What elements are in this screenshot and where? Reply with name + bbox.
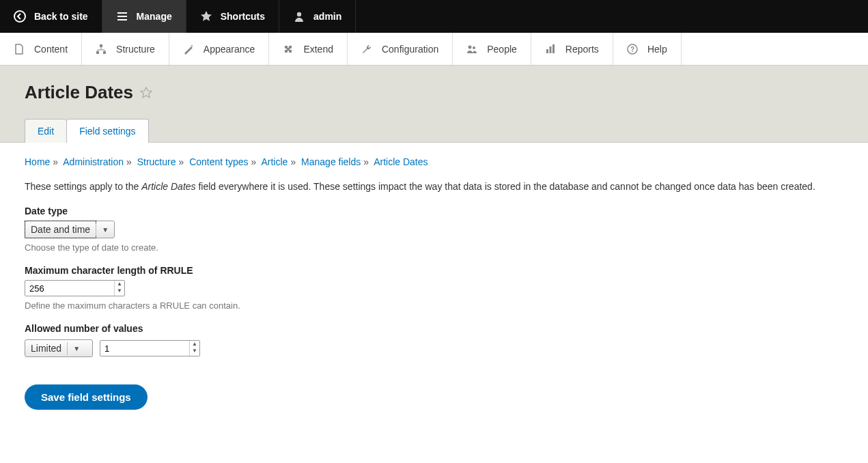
shortcuts-label: Shortcuts <box>221 11 265 22</box>
tab-field-settings[interactable]: Field settings <box>66 119 148 143</box>
svg-rect-2 <box>100 44 102 47</box>
hamburger-icon <box>116 10 128 23</box>
hierarchy-icon <box>96 44 107 55</box>
menu-help[interactable]: ? Help <box>613 33 682 65</box>
header-region: Article Dates Edit Field settings <box>0 66 868 143</box>
spinner-up-icon[interactable]: ▲ <box>115 281 124 287</box>
svg-rect-10 <box>552 44 555 53</box>
back-label: Back to site <box>34 11 88 22</box>
tab-field-settings-label: Field settings <box>79 126 135 137</box>
save-button[interactable]: Save field settings <box>25 384 148 410</box>
spinner: ▲ ▼ <box>189 341 199 356</box>
admin-menu: Content Structure Appearance Extend Conf… <box>0 33 868 66</box>
menu-people[interactable]: People <box>453 33 531 65</box>
svg-rect-4 <box>103 51 106 54</box>
shortcuts-toggle[interactable]: Shortcuts <box>186 0 279 33</box>
rrule-help: Define the maximum characters a RRULE ca… <box>25 300 843 311</box>
svg-point-6 <box>468 45 472 48</box>
menu-people-label: People <box>487 44 517 55</box>
crumb-sep: » <box>249 156 260 167</box>
crumb-administration[interactable]: Administration <box>63 156 124 167</box>
svg-text:?: ? <box>630 46 634 53</box>
crumb-article-dates[interactable]: Article Dates <box>374 156 428 167</box>
crumb-sep: » <box>50 156 61 167</box>
allowed-label: Allowed number of values <box>25 323 843 334</box>
field-date-type: Date type Date and time ▼ Choose the typ… <box>25 206 843 253</box>
spinner-up-icon[interactable]: ▲ <box>190 341 199 348</box>
user-menu[interactable]: admin <box>279 0 356 33</box>
menu-reports-label: Reports <box>565 44 599 55</box>
menu-configuration-label: Configuration <box>382 44 438 55</box>
svg-point-0 <box>14 11 25 22</box>
menu-content-label: Content <box>34 44 68 55</box>
user-icon <box>293 10 305 23</box>
spinner-down-icon[interactable]: ▼ <box>190 348 199 354</box>
svg-point-7 <box>473 46 475 49</box>
manage-label: Manage <box>137 11 172 22</box>
svg-rect-9 <box>549 46 551 53</box>
date-type-select[interactable]: Date and time ▼ <box>25 221 115 238</box>
spinner-down-icon[interactable]: ▼ <box>115 287 124 294</box>
menu-configuration[interactable]: Configuration <box>348 33 453 65</box>
svg-rect-3 <box>96 51 99 54</box>
date-type-label: Date type <box>25 206 843 216</box>
svg-rect-8 <box>546 49 548 53</box>
user-label: admin <box>313 11 341 22</box>
rrule-input-wrap: ▲ ▼ <box>25 280 125 296</box>
allowed-limit-select[interactable]: Limited ▼ <box>25 339 93 357</box>
menu-appearance-label: Appearance <box>204 44 255 55</box>
top-toolbar: Back to site Manage Shortcuts admin <box>0 0 868 33</box>
menu-extend-label: Extend <box>303 44 333 55</box>
help-icon: ? <box>627 44 638 55</box>
rrule-label: Maximum character length of RRULE <box>25 265 843 276</box>
wand-icon <box>183 44 194 55</box>
crumb-content-types[interactable]: Content types <box>189 156 248 167</box>
menu-structure-label: Structure <box>116 44 155 55</box>
menu-reports[interactable]: Reports <box>531 33 613 65</box>
star-icon <box>200 10 212 23</box>
svg-point-1 <box>297 12 301 16</box>
crumb-article[interactable]: Article <box>261 156 288 167</box>
menu-structure[interactable]: Structure <box>82 33 169 65</box>
spinner: ▲ ▼ <box>114 281 124 296</box>
manage-toggle[interactable]: Manage <box>102 0 186 33</box>
date-type-value: Date and time <box>25 221 96 238</box>
menu-appearance[interactable]: Appearance <box>169 33 270 65</box>
menu-content[interactable]: Content <box>0 33 82 65</box>
intro-post: field everywhere it is used. These setti… <box>196 181 815 192</box>
crumb-sep: » <box>176 156 186 167</box>
crumb-home[interactable]: Home <box>25 156 50 167</box>
intro-text: These settings apply to the Article Date… <box>25 181 843 192</box>
crumb-sep: » <box>361 156 372 167</box>
favorite-star-icon[interactable] <box>140 87 152 99</box>
allowed-count-input[interactable] <box>100 341 189 356</box>
rrule-input[interactable] <box>25 281 114 296</box>
allowed-limit-value: Limited <box>25 340 67 356</box>
content: Home» Administration» Structure» Content… <box>0 143 868 423</box>
chart-icon <box>545 44 556 55</box>
intro-em: Article Dates <box>141 181 195 192</box>
crumb-structure[interactable]: Structure <box>137 156 176 167</box>
save-button-label: Save field settings <box>41 391 131 403</box>
crumb-sep: » <box>124 156 135 167</box>
allowed-count-wrap: ▲ ▼ <box>100 340 200 356</box>
wrench-icon <box>361 44 372 55</box>
field-rrule: Maximum character length of RRULE ▲ ▼ De… <box>25 265 843 311</box>
people-icon <box>466 44 477 55</box>
file-icon <box>14 44 25 55</box>
puzzle-icon <box>283 44 294 55</box>
menu-help-label: Help <box>647 44 667 55</box>
intro-pre: These settings apply to the <box>25 181 141 192</box>
breadcrumb: Home» Administration» Structure» Content… <box>25 156 843 167</box>
tabs: Edit Field settings <box>25 118 843 142</box>
page-title: Article Dates <box>25 82 843 103</box>
chevron-down-icon: ▼ <box>67 342 85 355</box>
crumb-manage-fields[interactable]: Manage fields <box>301 156 361 167</box>
back-to-site[interactable]: Back to site <box>0 0 102 33</box>
tab-edit[interactable]: Edit <box>25 119 66 143</box>
back-icon <box>14 10 26 23</box>
page-title-text: Article Dates <box>25 82 133 103</box>
tab-edit-label: Edit <box>38 126 54 137</box>
chevron-down-icon: ▼ <box>96 223 114 236</box>
menu-extend[interactable]: Extend <box>269 33 348 65</box>
